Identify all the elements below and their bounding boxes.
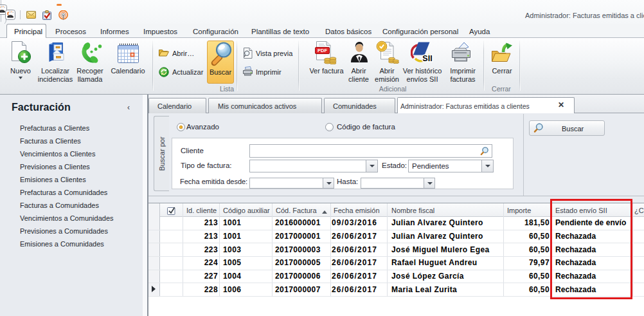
svg-text:PDF: PDF — [318, 48, 327, 53]
svg-text:SII: SII — [422, 54, 432, 63]
